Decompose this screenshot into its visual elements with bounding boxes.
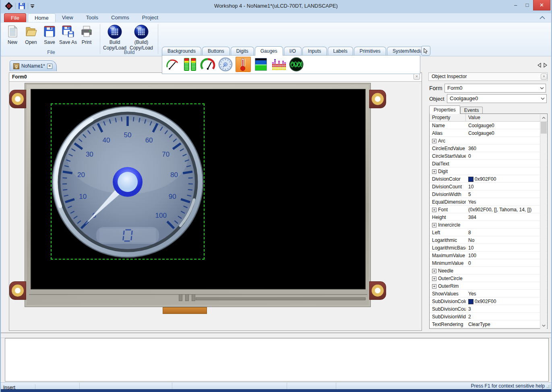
form-close-icon[interactable]: ✕ xyxy=(413,74,420,80)
property-row-name[interactable]: NameCoolgauge0 xyxy=(430,122,547,129)
scroll-tabs-right-icon[interactable] xyxy=(544,63,547,68)
collapse-ribbon-icon[interactable] xyxy=(539,15,546,21)
form-design-window: Form0 ✕ 0102030405060708090100 xyxy=(9,72,422,331)
property-column-header[interactable]: Property xyxy=(430,114,466,121)
led-bargraph-icon[interactable] xyxy=(182,57,198,72)
save-button[interactable]: Save xyxy=(40,23,59,45)
menu-tab-home[interactable]: Home xyxy=(28,13,56,22)
expand-icon[interactable]: + xyxy=(432,139,436,143)
property-row-minimumvalue[interactable]: MinimumValue0 xyxy=(430,259,547,267)
cool-gauge-icon[interactable] xyxy=(218,57,233,72)
property-row-circleendvalue[interactable]: CircleEndValue360 xyxy=(430,144,547,152)
expand-icon[interactable]: + xyxy=(432,269,436,273)
document-tab-label: NoName1* xyxy=(21,63,45,69)
inspector-close-icon[interactable]: ✕ xyxy=(541,74,547,80)
document-tab[interactable]: g NoName1* ✕ xyxy=(10,60,57,71)
menu-tab-file[interactable]: File xyxy=(4,13,26,22)
form-combobox-value: Form0 xyxy=(447,85,463,91)
menu-tab-project[interactable]: Project xyxy=(136,13,165,22)
object-combobox[interactable]: Coolgauge0 xyxy=(447,94,547,103)
form-combobox[interactable]: Form0 xyxy=(444,84,546,93)
close-document-icon[interactable]: ✕ xyxy=(47,64,52,69)
inspector-tab-events[interactable]: Events xyxy=(460,107,483,113)
property-row-logarithmic[interactable]: LogarithmicNo xyxy=(430,236,547,244)
scroll-up-icon[interactable] xyxy=(540,114,547,121)
print-button[interactable]: Print xyxy=(77,23,96,45)
palette-tab-i-o[interactable]: I/O xyxy=(284,47,302,55)
meter-icon[interactable] xyxy=(200,57,215,72)
property-row-height[interactable]: Height384 xyxy=(430,213,547,221)
expand-icon[interactable]: + xyxy=(432,169,436,174)
expand-icon[interactable]: + xyxy=(432,223,436,227)
build-copy-load-button[interactable]: BuildCopy/Load xyxy=(101,23,128,51)
scroll-down-icon[interactable] xyxy=(540,322,547,329)
property-row-equaldimensions[interactable]: EqualDimensionsYes xyxy=(430,198,547,206)
selection-rectangle[interactable]: 0102030405060708090100 xyxy=(51,103,205,260)
property-row-left[interactable]: Left8 xyxy=(430,229,547,236)
inspector-tab-properties[interactable]: Properties xyxy=(429,105,460,114)
maximize-button[interactable]: □ xyxy=(521,0,533,10)
property-row-subdivisioncount[interactable]: SubDivisionCount3 xyxy=(430,305,547,313)
angular-meter-icon[interactable] xyxy=(165,57,180,72)
scope-icon[interactable] xyxy=(289,57,304,72)
spectrum-icon[interactable] xyxy=(271,57,286,72)
menu-tab-view[interactable]: View xyxy=(56,13,80,22)
palette-tab-digits[interactable]: Digits xyxy=(231,47,254,55)
palette-tab-labels[interactable]: Labels xyxy=(328,47,353,55)
property-row-divisionwidth[interactable]: DivisionWidth5 xyxy=(430,190,547,198)
resize-grip[interactable] xyxy=(546,384,550,388)
property-row-subdivisioncolor[interactable]: SubDivisionColor0x902F00 xyxy=(430,297,547,305)
palette-tab-backgrounds[interactable]: Backgrounds xyxy=(162,47,201,55)
property-row-divisioncolor[interactable]: DivisionColor0x902F00 xyxy=(430,175,547,183)
palette-tab-gauges[interactable]: Gauges xyxy=(255,46,283,56)
save-as-button[interactable]: Save As xyxy=(59,23,77,45)
property-row-needle[interactable]: +Needle xyxy=(430,267,547,274)
property-row-font[interactable]: +Font(0x902F00, [], Tahoma, 14, []) xyxy=(430,206,547,213)
coolgauge-widget[interactable]: 0102030405060708090100 xyxy=(52,104,205,260)
property-row-textrendering[interactable]: TextRenderingClearType xyxy=(430,320,547,328)
build-alt-copy-load-button[interactable]: (Build)Copy/Load xyxy=(128,23,155,51)
status-help-text: Press F1 for context sensitive help xyxy=(336,383,551,389)
property-row-dialtext[interactable]: DialText xyxy=(430,160,547,167)
expand-icon[interactable]: + xyxy=(432,208,436,212)
build-sphere-icon xyxy=(107,24,122,39)
open-button[interactable]: Open xyxy=(22,23,40,45)
property-row-subdivisionwidth[interactable]: SubDivisionWidth2 xyxy=(430,313,547,320)
property-row-divisioncount[interactable]: DivisionCount10 xyxy=(430,183,547,190)
palette-tab-inputs[interactable]: Inputs xyxy=(302,47,327,55)
menu-tab-comms[interactable]: Comms xyxy=(105,13,136,22)
property-row-digit[interactable]: +Digit xyxy=(430,167,547,175)
expand-icon[interactable]: + xyxy=(432,284,436,289)
expand-icon[interactable]: + xyxy=(432,276,436,281)
inspector-tabs: PropertiesEvents xyxy=(429,105,483,113)
pointer-tool-button[interactable] xyxy=(421,46,430,56)
property-row-logarithmicbase[interactable]: LogarithmicBase10 xyxy=(430,244,547,252)
property-row-arc[interactable]: +Arc xyxy=(430,137,547,144)
palette-tab-primitives[interactable]: Primitives xyxy=(354,47,386,55)
property-row-maximumvalue[interactable]: MaximumValue100 xyxy=(430,252,547,259)
close-button[interactable]: ✕ xyxy=(533,0,550,10)
property-row-innercircle[interactable]: +Innercircle xyxy=(430,221,547,229)
new-button[interactable]: New xyxy=(3,23,22,45)
mounting-hole-icon xyxy=(372,93,384,105)
value-column-header[interactable]: Value xyxy=(466,114,547,121)
property-row-showvalues[interactable]: ShowValuesYes xyxy=(430,290,547,297)
property-grid-header: Property Value xyxy=(430,114,547,122)
thermometer-icon[interactable] xyxy=(236,57,251,72)
device-screen[interactable]: 0102030405060708090100 xyxy=(31,89,366,289)
splitter-handle[interactable] xyxy=(1,332,551,338)
widget-palette-tabs: BackgroundsButtonsDigitsGaugesI/OInputsL… xyxy=(162,46,430,55)
palette-tab-buttons[interactable]: Buttons xyxy=(202,47,230,55)
output-console[interactable] xyxy=(5,338,549,382)
property-row-outercircle[interactable]: +OuterCircle xyxy=(430,274,547,282)
property-grid-scrollbar[interactable] xyxy=(540,114,547,329)
property-row-alias[interactable]: AliasCoolgauge0 xyxy=(430,129,547,137)
scroll-tabs-left-icon[interactable] xyxy=(538,63,541,68)
scrollbar-thumb[interactable] xyxy=(541,122,547,134)
svg-text:90: 90 xyxy=(169,193,176,200)
minimize-button[interactable]: – xyxy=(510,0,521,10)
tank-icon[interactable] xyxy=(253,57,269,72)
property-row-circlestartvalue[interactable]: CircleStartValue0 xyxy=(430,152,547,160)
menu-tab-tools[interactable]: Tools xyxy=(80,13,105,22)
property-row-outerrim[interactable]: +OuterRim xyxy=(430,282,547,290)
